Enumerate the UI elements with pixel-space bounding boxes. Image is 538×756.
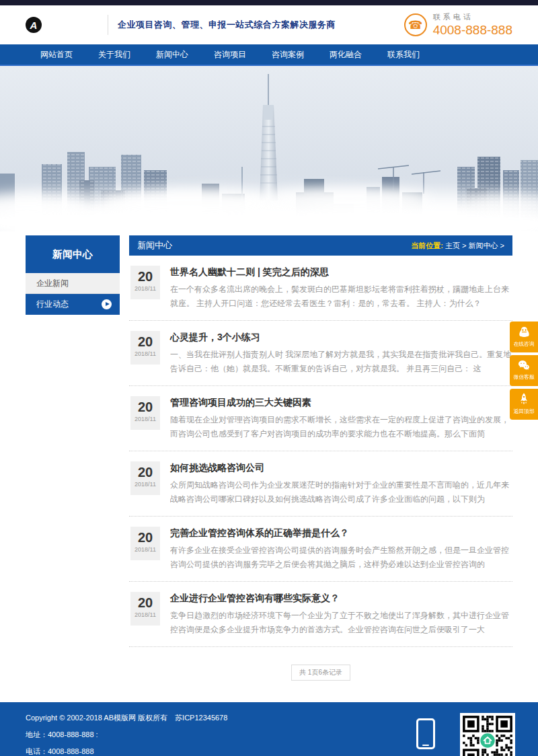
online-consult-button[interactable]: 在线咨询 (510, 322, 538, 352)
phone-label: 联系电话 (433, 12, 512, 22)
site-header: A 企业项目咨询、管理、申报一站式综合方案解决服务商 ☎ 联系电话 4008-8… (0, 5, 538, 44)
news-day: 20 (130, 334, 160, 349)
qq-icon (518, 326, 530, 338)
news-day: 20 (130, 400, 160, 414)
float-button-label: 在线咨询 (514, 340, 535, 347)
header-divider (108, 15, 108, 35)
arrow-circle-icon (102, 299, 112, 309)
rocket-icon (518, 393, 529, 405)
news-title-link[interactable]: 如何挑选战略咨询公司 (170, 462, 512, 474)
top-strip (0, 0, 538, 5)
news-title-link[interactable]: 心灵提升，3个小练习 (170, 332, 512, 344)
news-summary: 有许多企业在接受企业管控咨询公司提供的咨询服务时会产生豁然开朗之感，但是一旦企业… (170, 543, 512, 572)
news-date-badge: 20 2018/11 (130, 527, 160, 560)
news-list-item[interactable]: 20 2018/11 心灵提升，3个小练习 一、当我在批评别人指责别人时 我深层… (129, 321, 512, 386)
sidebar-item-label: 企业新闻 (36, 278, 69, 289)
sidebar-title: 新闻中心 (26, 235, 120, 273)
float-button-label: 微信客服 (514, 373, 535, 381)
news-yearmonth: 2018/11 (130, 546, 160, 553)
site-slogan: 企业项目咨询、管理、申报一站式综合方案解决服务商 (118, 19, 336, 31)
news-summary: 随着现在企业对管理咨询项目的需求不断增长，这些需求在一定的程度上促进了咨询业的发… (170, 413, 512, 441)
pagination-info[interactable]: 共 1页6条记录 (291, 665, 350, 681)
content-header-bar: 新闻中心 当前位置: 主页 > 新闻中心 > (129, 235, 512, 256)
nav-item-home[interactable]: 网站首页 (40, 49, 73, 61)
sidebar-item-company-news[interactable]: 企业新闻 (26, 273, 120, 294)
news-date-badge: 20 2018/11 (130, 331, 160, 365)
sidebar-item-label: 行业动态 (36, 299, 69, 310)
news-list-item[interactable]: 20 2018/11 企业进行企业管控咨询有哪些实际意义？ 竞争日趋激烈的市场经… (129, 582, 512, 647)
news-day: 20 (130, 269, 160, 284)
news-title-link[interactable]: 管理咨询项目成功的三大关键因素 (170, 397, 512, 409)
back-to-top-button[interactable]: 返回顶部 (510, 389, 538, 420)
sidebar-item-industry-news[interactable]: 行业动态 (26, 294, 120, 315)
site-logo[interactable]: A (26, 17, 42, 33)
hero-banner-image (0, 66, 538, 231)
contact-phone-block: ☎ 联系电话 4008-888-888 (404, 12, 512, 38)
breadcrumb-path[interactable]: 主页 > 新闻中心 > (445, 241, 504, 250)
news-summary: 众所周知战略咨询公司作为企业发展迷茫时的指南针对于企业的重要性是不言而喻的，近几… (170, 478, 512, 506)
main-nav: 网站首页 关于我们 新闻中心 咨询项目 咨询案例 两化融合 联系我们 (0, 44, 538, 66)
breadcrumb: 当前位置: 主页 > 新闻中心 > (411, 241, 504, 251)
breadcrumb-label: 当前位置: (411, 241, 443, 250)
news-list-item[interactable]: 20 2018/11 管理咨询项目成功的三大关键因素 随着现在企业对管理咨询项目… (129, 386, 512, 451)
nav-item-contact[interactable]: 联系我们 (387, 49, 420, 61)
news-summary: 竞争日趋激烈的市场经济环境下每一个企业为了立于不败之地使出了浑身解数，其中进行企… (170, 609, 512, 637)
news-date-badge: 20 2018/11 (130, 396, 160, 430)
nav-item-projects[interactable]: 咨询项目 (214, 49, 246, 61)
news-list-item[interactable]: 20 2018/11 世界名人幽默十二则 | 笑完之后的深思 在一个有众多名流出… (129, 256, 512, 321)
pagination: 共 1页6条记录 (129, 665, 512, 681)
news-yearmonth: 2018/11 (130, 416, 160, 422)
qr-code (460, 713, 515, 756)
phone-icon: ☎ (404, 13, 427, 36)
news-summary: 在一个有众多名流出席的晚会上，鬓发斑白的巴基斯坦影坛老将雷利拄着拐杖，蹒跚地走上… (170, 282, 512, 311)
nav-item-integration[interactable]: 两化融合 (330, 49, 362, 61)
news-title-link[interactable]: 完善企业管控咨询体系的正确举措是什么？ (170, 527, 512, 539)
site-footer: Copyright © 2002-2018 AB模版网 版权所有 苏ICP123… (0, 702, 538, 756)
news-content: 新闻中心 当前位置: 主页 > 新闻中心 > 20 2018/11 世界名人幽默… (129, 235, 512, 681)
news-day: 20 (130, 595, 160, 610)
news-day: 20 (130, 465, 160, 480)
float-button-label: 返回顶部 (514, 408, 535, 415)
news-date-badge: 20 2018/11 (130, 266, 160, 299)
nav-item-about[interactable]: 关于我们 (98, 49, 130, 61)
news-date-badge: 20 2018/11 (130, 592, 160, 626)
nav-item-cases[interactable]: 咨询案例 (272, 49, 304, 61)
news-yearmonth: 2018/11 (130, 285, 160, 292)
news-day: 20 (130, 530, 160, 545)
news-title-link[interactable]: 世界名人幽默十二则 | 笑完之后的深思 (170, 266, 512, 278)
news-date-badge: 20 2018/11 (130, 461, 160, 495)
news-yearmonth: 2018/11 (130, 481, 160, 488)
news-list-item[interactable]: 20 2018/11 完善企业管控咨询体系的正确举措是什么？ 有许多企业在接受企… (129, 517, 512, 582)
phone-number: 4008-888-888 (433, 23, 512, 38)
floating-toolbar: 在线咨询 微信客服 返回顶部 (510, 322, 538, 422)
scan-follow-block: 扫一扫关注 (409, 718, 443, 756)
news-yearmonth: 2018/11 (130, 611, 160, 618)
main-area: 新闻中心 企业新闻 行业动态 新闻中心 当前位置: 主页 > 新闻中心 > 20… (0, 235, 538, 681)
news-list-item[interactable]: 20 2018/11 如何挑选战略咨询公司 众所周知战略咨询公司作为企业发展迷茫… (129, 451, 512, 517)
smartphone-icon (416, 718, 435, 749)
news-title-link[interactable]: 企业进行企业管控咨询有哪些实际意义？ (170, 593, 512, 605)
news-yearmonth: 2018/11 (130, 350, 160, 357)
news-sidebar: 新闻中心 企业新闻 行业动态 (26, 235, 120, 681)
news-summary: 一、当我在批评别人指责别人时 我深层地了解对方就是我，其实我是在指责批评我自己。… (170, 348, 512, 376)
nav-item-news[interactable]: 新闻中心 (156, 49, 188, 61)
section-title: 新闻中心 (137, 239, 172, 252)
wechat-icon (518, 360, 530, 371)
wechat-service-button[interactable]: 微信客服 (510, 355, 538, 386)
